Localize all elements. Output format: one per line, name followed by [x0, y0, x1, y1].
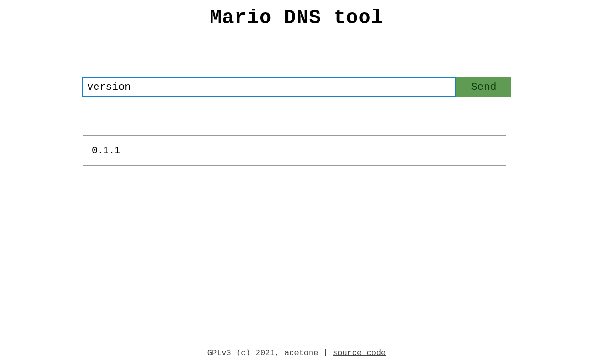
send-button[interactable]: Send: [456, 77, 511, 97]
source-code-link[interactable]: source code: [333, 348, 386, 357]
result-output: 0.1.1: [83, 135, 506, 166]
footer: GPLv3 (c) 2021, acetone | source code: [0, 348, 593, 357]
footer-separator: |: [318, 348, 333, 357]
query-form: Send: [82, 77, 511, 97]
page-title: Mario DNS tool: [0, 0, 593, 29]
query-input[interactable]: [82, 77, 456, 97]
license-text: GPLv3 (c) 2021, acetone: [207, 348, 319, 357]
